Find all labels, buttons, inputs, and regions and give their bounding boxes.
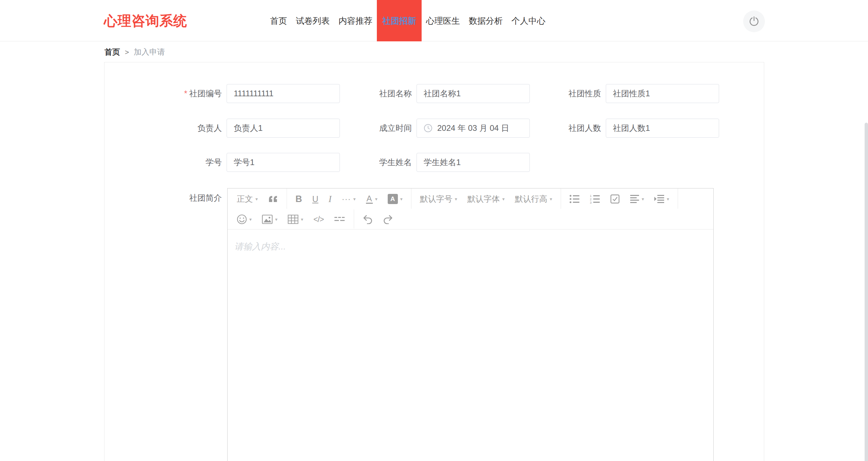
svg-text:3: 3 <box>590 201 592 204</box>
app-logo[interactable]: 心理咨询系统 <box>104 0 187 41</box>
emoji-icon <box>237 214 247 224</box>
paragraph-style-dropdown[interactable]: 正文 ▾ <box>232 194 263 204</box>
editor-content-area[interactable]: 请输入内容... <box>228 229 713 264</box>
club-nature-field: 社团性质 社团性质1 <box>516 84 719 103</box>
logout-button[interactable] <box>743 11 765 32</box>
divider-button[interactable] <box>329 216 350 222</box>
club-name-input[interactable]: 社团名称1 <box>417 84 530 103</box>
align-icon <box>630 195 639 203</box>
club-intro-label: 社团简介 <box>137 193 227 203</box>
ordered-list-button[interactable]: 1 2 3 <box>585 194 605 204</box>
toolbar-separator <box>678 188 678 209</box>
editor-toolbar: 正文 ▾ B U I ··· ▾ <box>228 188 713 229</box>
chevron-down-icon: ▾ <box>301 217 303 222</box>
chevron-down-icon: ▾ <box>249 217 252 222</box>
student-name-field: 学生姓名 学生姓名1 <box>327 153 530 172</box>
student-id-label: 学号 <box>137 157 227 168</box>
image-dropdown[interactable]: ▾ <box>257 215 283 224</box>
bg-color-dropdown[interactable]: A ▾ <box>383 194 408 204</box>
member-count-field: 社团人数 社团人数1 <box>516 119 719 138</box>
bg-color-icon: A <box>388 194 398 204</box>
editor-placeholder: 请输入内容... <box>234 241 707 253</box>
student-name-label: 学生姓名 <box>327 157 417 168</box>
student-name-input[interactable]: 学生姓名1 <box>417 153 530 172</box>
top-navbar: 心理咨询系统 首页 试卷列表 内容推荐 社团招新 心理医生 数据分析 个人中心 <box>0 0 868 41</box>
main-nav: 首页 试卷列表 内容推荐 社团招新 心理医生 数据分析 个人中心 <box>266 0 550 41</box>
club-nature-input[interactable]: 社团性质1 <box>606 84 719 103</box>
chevron-down-icon: ▾ <box>353 196 356 202</box>
chevron-down-icon: ▾ <box>642 196 644 202</box>
nav-item-data-analysis[interactable]: 数据分析 <box>464 0 507 41</box>
redo-button[interactable] <box>378 215 398 224</box>
breadcrumb: 首页 > 加入申请 <box>104 47 165 57</box>
toolbar-separator <box>411 188 411 209</box>
nav-item-personal-center[interactable]: 个人中心 <box>507 0 550 41</box>
quote-button[interactable] <box>263 195 283 203</box>
bold-icon: B <box>295 194 302 204</box>
leader-field: 负责人 负责人1 <box>137 119 340 138</box>
image-icon <box>262 215 273 224</box>
bold-button[interactable]: B <box>290 194 307 204</box>
table-dropdown[interactable]: ▾ <box>283 215 308 224</box>
bullet-list-icon <box>570 194 580 204</box>
page: 心理咨询系统 首页 试卷列表 内容推荐 社团招新 心理医生 数据分析 个人中心 … <box>0 0 868 461</box>
club-name-field: 社团名称 社团名称1 <box>327 84 530 103</box>
student-id-input[interactable]: 学号1 <box>227 153 340 172</box>
emoji-dropdown[interactable]: ▾ <box>232 214 257 224</box>
chevron-down-icon: ▾ <box>375 196 378 202</box>
todo-list-button[interactable] <box>605 194 625 204</box>
rich-text-editor: 正文 ▾ B U I ··· ▾ <box>227 188 714 461</box>
required-asterisk: * <box>184 89 187 98</box>
toolbar-separator <box>561 188 561 209</box>
redo-icon <box>383 215 393 224</box>
chevron-down-icon: ▾ <box>502 196 505 202</box>
club-number-field: *社团编号 1111111111 <box>137 84 340 103</box>
found-date-field: 成立时间 2024 年 03 月 04 日 <box>327 119 530 138</box>
bullet-list-button[interactable] <box>564 194 585 204</box>
club-number-input[interactable]: 1111111111 <box>227 84 340 103</box>
indent-dropdown[interactable]: ▾ <box>649 195 674 203</box>
club-name-label: 社团名称 <box>327 88 417 99</box>
font-color-dropdown[interactable]: A ▾ <box>361 194 383 204</box>
breadcrumb-current: 加入申请 <box>134 47 165 57</box>
table-icon <box>288 215 298 224</box>
nav-item-psychologist[interactable]: 心理医生 <box>422 0 464 41</box>
align-dropdown[interactable]: ▾ <box>625 195 649 203</box>
quote-icon <box>268 195 278 203</box>
toolbar-separator <box>354 209 354 228</box>
font-color-icon: A <box>366 194 373 204</box>
svg-text:2: 2 <box>590 198 592 201</box>
toolbar-separator <box>287 188 287 209</box>
power-icon <box>749 16 759 27</box>
italic-button[interactable]: I <box>324 194 337 204</box>
leader-input[interactable]: 负责人1 <box>227 119 340 138</box>
found-date-input[interactable]: 2024 年 03 月 04 日 <box>417 119 530 138</box>
svg-text:1: 1 <box>590 194 592 198</box>
found-date-label: 成立时间 <box>327 123 417 134</box>
line-height-dropdown[interactable]: 默认行高 ▾ <box>510 194 557 204</box>
undo-button[interactable] <box>358 215 378 224</box>
member-count-label: 社团人数 <box>516 123 606 134</box>
club-nature-label: 社团性质 <box>516 88 606 99</box>
member-count-input[interactable]: 社团人数1 <box>606 119 719 138</box>
font-size-dropdown[interactable]: 默认字号 ▾ <box>415 194 462 204</box>
code-block-button[interactable]: </> <box>308 215 329 224</box>
more-styles-dropdown[interactable]: ··· ▾ <box>337 194 361 204</box>
chevron-down-icon: ▾ <box>667 196 669 202</box>
vertical-scrollbar[interactable] <box>865 123 868 461</box>
club-number-label: *社团编号 <box>137 88 227 99</box>
clock-icon <box>424 124 432 133</box>
breadcrumb-separator: > <box>125 48 129 56</box>
todo-checkbox-icon <box>610 194 620 204</box>
nav-item-club-recruit[interactable]: 社团招新 <box>377 0 422 41</box>
leader-label: 负责人 <box>137 123 227 134</box>
indent-icon <box>654 195 664 203</box>
breadcrumb-home[interactable]: 首页 <box>104 47 120 57</box>
nav-item-home[interactable]: 首页 <box>266 0 291 41</box>
font-family-dropdown[interactable]: 默认字体 ▾ <box>462 194 510 204</box>
nav-item-paper-list[interactable]: 试卷列表 <box>291 0 334 41</box>
nav-item-content-recommend[interactable]: 内容推荐 <box>334 0 377 41</box>
chevron-down-icon: ▾ <box>550 196 552 202</box>
divider-icon <box>334 216 345 222</box>
underline-button[interactable]: U <box>307 194 324 204</box>
